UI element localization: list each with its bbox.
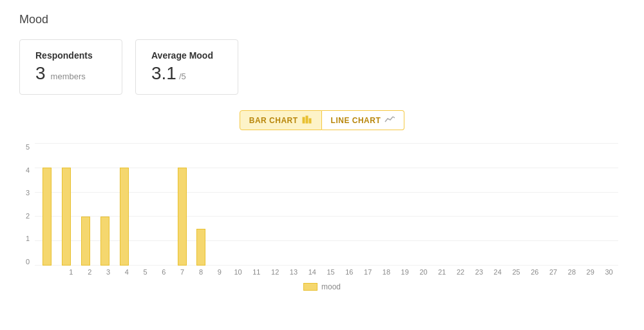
average-mood-sub: /5 [179, 72, 186, 81]
bar-slot [173, 143, 192, 266]
legend: mood [26, 282, 618, 291]
x-axis-label: 13 [285, 268, 303, 276]
bar-slot [307, 143, 327, 266]
bar [178, 168, 187, 266]
bars-container [35, 143, 618, 266]
bar-chart-button[interactable]: BAR CHART [240, 110, 322, 130]
bar-slot [288, 143, 307, 266]
x-axis-label: 3 [99, 268, 118, 276]
average-mood-label: Average Mood [151, 50, 222, 61]
x-axis-label: 27 [544, 268, 563, 276]
bar-slot [558, 143, 577, 266]
legend-box [303, 283, 317, 291]
x-axis-label: 28 [563, 268, 582, 276]
bar-slot [461, 143, 480, 266]
bar-slot [249, 143, 269, 266]
bar-slot [442, 143, 461, 266]
x-axis-label: 25 [507, 268, 526, 276]
respondents-sub: members [51, 72, 86, 81]
average-mood-value: 3.1 [151, 63, 176, 84]
bar-slot [384, 143, 404, 266]
bar-slot [346, 143, 365, 266]
bar-slot [37, 143, 57, 266]
bar [43, 168, 52, 266]
x-axis-label: 8 [192, 268, 211, 276]
cards-row: Respondents 3 members Average Mood 3.1 /… [19, 39, 625, 95]
bar-slot [95, 143, 115, 266]
svg-rect-0 [303, 117, 305, 123]
x-axis: 1234567891011121314151617181920212223242… [26, 268, 618, 276]
x-axis-label: 29 [581, 268, 600, 276]
x-axis-label: 17 [359, 268, 377, 276]
x-axis-label: 12 [266, 268, 285, 276]
line-chart-icon [384, 115, 395, 126]
bar-slot [115, 143, 134, 266]
page: Mood Respondents 3 members Average Mood … [0, 0, 644, 330]
bar-slot [269, 143, 288, 266]
respondents-label: Respondents [35, 50, 106, 61]
bar-slot [423, 143, 442, 266]
chart-toggle: BAR CHART LINE CHART [19, 110, 625, 130]
y-axis: 543210 [26, 143, 35, 266]
bar-slot [153, 143, 173, 266]
respondents-value: 3 [35, 63, 46, 84]
y-axis-label: 3 [26, 189, 30, 197]
x-axis-label: 21 [433, 268, 451, 276]
svg-rect-2 [309, 119, 311, 123]
x-axis-label: 11 [247, 268, 266, 276]
bar-chart-icon [302, 115, 312, 126]
x-axis-label: 4 [117, 268, 136, 276]
y-axis-label: 0 [26, 258, 30, 266]
x-axis-label: 18 [377, 268, 396, 276]
bar-slot [480, 143, 500, 266]
bar-slot [230, 143, 249, 266]
x-axis-label: 24 [488, 268, 507, 276]
x-axis-label: 16 [340, 268, 359, 276]
bar-slot [134, 143, 153, 266]
legend-label: mood [321, 282, 341, 291]
bar-slot [211, 143, 230, 266]
bar-slot [327, 143, 346, 266]
bar-slot [365, 143, 384, 266]
chart-inner: 543210 [26, 143, 618, 266]
bar-slot [404, 143, 423, 266]
bar-slot [596, 143, 616, 266]
chart-area: 543210 123456789101112131415161718192021… [26, 143, 618, 291]
x-axis-label: 5 [136, 268, 155, 276]
bar [62, 168, 71, 266]
svg-rect-1 [306, 116, 308, 123]
x-axis-label: 30 [600, 268, 618, 276]
y-axis-label: 4 [26, 166, 30, 174]
x-axis-label: 1 [62, 268, 80, 276]
bar-slot [519, 143, 538, 266]
x-axis-label: 23 [470, 268, 489, 276]
y-axis-label: 1 [26, 235, 30, 242]
y-axis-label: 5 [26, 143, 30, 151]
x-axis-label: 9 [210, 268, 229, 276]
bar-slot [76, 143, 95, 266]
x-axis-label: 6 [155, 268, 173, 276]
bar-chart-label: BAR CHART [249, 116, 298, 125]
line-chart-button[interactable]: LINE CHART [322, 110, 405, 130]
average-mood-card: Average Mood 3.1 /5 [135, 39, 238, 95]
x-axis-label: 2 [80, 268, 99, 276]
respondents-card: Respondents 3 members [19, 39, 122, 95]
x-axis-label: 22 [451, 268, 470, 276]
x-axis-label: 14 [303, 268, 321, 276]
y-axis-label: 2 [26, 212, 30, 220]
page-title: Mood [19, 13, 625, 26]
bar [81, 217, 90, 266]
x-axis-label: 26 [526, 268, 544, 276]
bar [196, 229, 205, 266]
x-axis-label: 19 [395, 268, 414, 276]
chart-body [35, 143, 618, 266]
bar [120, 168, 129, 266]
x-axis-label: 15 [321, 268, 340, 276]
line-chart-label: LINE CHART [331, 116, 381, 125]
x-axis-label: 20 [414, 268, 433, 276]
bar-slot [577, 143, 596, 266]
bar-slot [57, 143, 76, 266]
x-axis-label: 10 [229, 268, 247, 276]
bar-slot [500, 143, 519, 266]
bar-slot [192, 143, 211, 266]
